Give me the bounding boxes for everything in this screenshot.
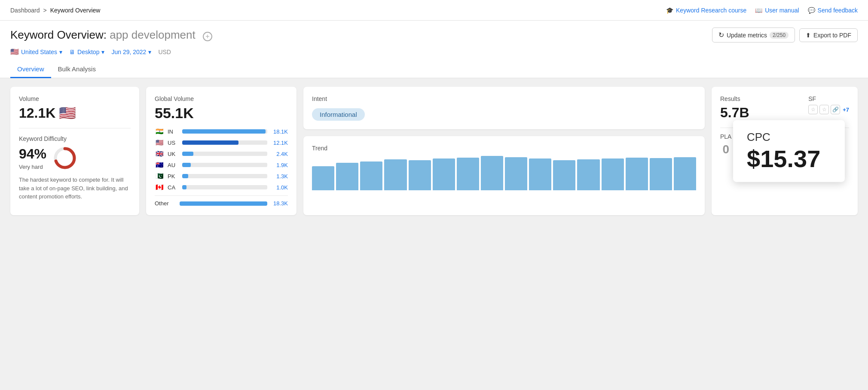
breadcrumb-current: Keyword Overview	[50, 7, 101, 14]
sf-icons: ☆ ☆ 🔗 +7	[808, 105, 849, 114]
kd-description: The hardest keyword to compete for. It w…	[19, 176, 131, 201]
trend-bar	[650, 158, 672, 190]
country-bar-fill	[182, 174, 188, 178]
pla-value: 0	[720, 143, 731, 156]
country-bar-fill	[182, 129, 266, 134]
kd-donut-chart	[52, 146, 77, 171]
country-filter-button[interactable]: 🇺🇸 United States ▾	[10, 48, 62, 56]
sf-col: SF ☆ ☆ 🔗 +7	[808, 95, 849, 114]
country-value: 1.3K	[271, 173, 288, 180]
other-bar-bg	[180, 201, 267, 206]
breadcrumb-parent[interactable]: Dashboard	[10, 7, 40, 14]
cpc-value: $15.37	[747, 145, 831, 172]
export-pdf-button[interactable]: ⬆ Export to PDF	[799, 28, 858, 42]
country-value: 18.1K	[271, 128, 288, 135]
trend-bar	[553, 160, 575, 190]
country-bar-fill	[182, 140, 238, 145]
country-row: 🇺🇸 US 12.1K	[155, 139, 288, 146]
country-row: 🇨🇦 CA 1.0K	[155, 183, 288, 191]
country-value: 12.1K	[271, 140, 288, 146]
trend-bar	[457, 158, 479, 190]
country-row: 🇬🇧 UK 2.4K	[155, 150, 288, 158]
trend-bar	[505, 157, 527, 190]
sf-icon-star: ☆	[819, 105, 829, 114]
trend-bar	[409, 160, 431, 190]
trend-bar	[360, 161, 382, 190]
kd-value: 94%	[19, 146, 46, 162]
trend-card: Trend	[303, 136, 705, 215]
chevron-down-icon: ▾	[101, 49, 104, 55]
keyword-research-course-link[interactable]: 🎓 Keyword Research course	[666, 7, 746, 14]
other-value: 18.3K	[271, 200, 288, 207]
country-flag: 🇬🇧	[155, 150, 164, 158]
top-navigation: Dashboard > Keyword Overview 🎓 Keyword R…	[0, 0, 868, 21]
country-flag: 🇺🇸	[10, 48, 19, 56]
country-code: PK	[168, 173, 179, 180]
volume-card: Volume 12.1K 🇺🇸 Keyword Difficulty 94% V…	[10, 87, 139, 215]
global-volume-label: Global Volume	[155, 95, 288, 102]
country-row: 🇮🇳 IN 18.1K	[155, 128, 288, 135]
update-badge: 2/250	[770, 32, 789, 39]
device-filter-button[interactable]: 🖥 Desktop ▾	[69, 49, 104, 55]
intent-label: Intent	[312, 95, 696, 102]
trend-bar	[481, 156, 503, 190]
country-flag: 🇦🇺	[155, 161, 164, 169]
results-sf-row: Results 5.7B SF ☆ ☆ 🔗 +7	[720, 95, 849, 121]
results-card-container: Results 5.7B SF ☆ ☆ 🔗 +7 PLA 0	[712, 87, 858, 215]
country-bar-bg	[182, 152, 267, 156]
country-code: CA	[168, 184, 179, 191]
add-keyword-button[interactable]: +	[203, 32, 212, 41]
top-nav-links: 🎓 Keyword Research course 📖 User manual …	[666, 7, 858, 14]
country-value: 1.0K	[271, 184, 288, 191]
breadcrumb-sep: >	[43, 7, 47, 14]
results-col: Results 5.7B	[720, 95, 800, 121]
date-filter-button[interactable]: Jun 29, 2022 ▾	[111, 49, 151, 55]
tab-bulk-analysis[interactable]: Bulk Analysis	[51, 61, 103, 78]
intent-badge: Informational	[312, 108, 365, 121]
currency-label: USD	[158, 49, 171, 55]
tabs-row: Overview Bulk Analysis	[10, 61, 858, 78]
export-icon: ⬆	[806, 32, 811, 39]
country-value: 2.4K	[271, 151, 288, 157]
chevron-down-icon: ▾	[148, 49, 151, 55]
keyword-title-row: Keyword Overview: app development + ↻ Up…	[10, 27, 858, 43]
desktop-icon: 🖥	[69, 49, 75, 55]
graduation-icon: 🎓	[666, 7, 673, 14]
trend-bar	[384, 159, 406, 190]
country-code: AU	[168, 162, 179, 168]
trend-bar	[626, 158, 648, 190]
country-bar-fill	[182, 163, 191, 167]
intent-trend-column: Intent Informational Trend	[303, 87, 705, 215]
country-value: 1.9K	[271, 162, 288, 168]
country-row: 🇦🇺 AU 1.9K	[155, 161, 288, 169]
trend-bar	[433, 158, 455, 190]
country-flag: 🇺🇸	[155, 139, 164, 146]
cpc-overlay: CPC $15.37	[733, 120, 845, 182]
trend-bar	[529, 158, 551, 190]
country-code: UK	[168, 151, 179, 157]
country-flag: 🇨🇦	[155, 183, 164, 191]
other-label: Other	[155, 200, 176, 207]
country-bar-bg	[182, 174, 267, 178]
country-flag: 🇮🇳	[155, 128, 164, 135]
update-metrics-button[interactable]: ↻ Update metrics 2/250	[712, 27, 795, 43]
header-section: Keyword Overview: app development + ↻ Up…	[0, 21, 868, 78]
chevron-down-icon: ▾	[59, 49, 62, 55]
pla-col: PLA 0	[720, 133, 731, 156]
country-row: 🇵🇰 PK 1.3K	[155, 172, 288, 180]
send-feedback-link[interactable]: 💬 Send feedback	[808, 7, 858, 14]
chat-icon: 💬	[808, 7, 815, 14]
country-bar-bg	[182, 129, 267, 134]
user-manual-link[interactable]: 📖 User manual	[755, 7, 799, 14]
country-code: US	[168, 140, 179, 146]
global-volume-value: 55.1K	[155, 105, 288, 122]
tab-overview[interactable]: Overview	[10, 61, 51, 78]
country-code: IN	[168, 128, 179, 135]
global-volume-card: Global Volume 55.1K 🇮🇳 IN 18.1K 🇺🇸 US 12…	[146, 87, 296, 215]
trend-label: Trend	[312, 145, 696, 152]
sf-plus: +7	[843, 107, 849, 113]
trend-bar	[602, 158, 624, 190]
country-bar-bg	[182, 185, 267, 189]
kd-label: Keyword Difficulty	[19, 135, 131, 142]
country-flag: 🇵🇰	[155, 172, 164, 180]
